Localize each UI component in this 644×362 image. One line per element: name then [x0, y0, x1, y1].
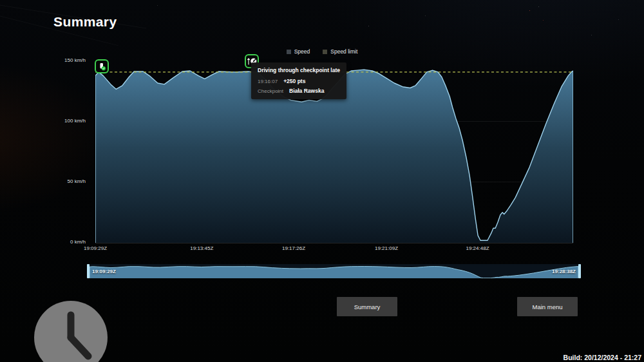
chart-legend: SpeedSpeed limit [254, 48, 390, 55]
clock-icon [33, 300, 108, 362]
legend-label: Speed [294, 48, 310, 55]
x-axis-tick-label: 19:17:26Z [282, 245, 305, 251]
scrubber-handle-left[interactable] [87, 264, 90, 278]
x-axis-line [95, 243, 573, 243]
checkpoint-check-icon [97, 62, 106, 71]
tooltip-time: 19:16:07 [258, 79, 278, 84]
main-menu-button[interactable]: Main menu [517, 297, 578, 316]
legend-item-speed[interactable]: Speed [287, 48, 310, 55]
tooltip-points: +250 pts [283, 78, 305, 84]
summary-button[interactable]: Summary [337, 297, 397, 316]
legend-marker [287, 50, 291, 54]
legend-marker [323, 50, 327, 54]
legend-label: Speed limit [330, 48, 357, 55]
y-axis-tick-label: 100 km/h [52, 118, 86, 124]
checkpoint-passed-marker[interactable] [95, 59, 109, 73]
build-version-label: Build: 20/12/2024 - 21:27 [564, 354, 641, 361]
x-axis-tick-label: 19:09:29Z [84, 245, 107, 251]
y-axis-tick-label: 50 km/h [52, 178, 86, 184]
x-axis: 19:09:29Z19:13:45Z19:17:26Z19:21:09Z19:2… [95, 245, 573, 253]
summary-screen: { "header": { "title": "Summary" }, "leg… [0, 0, 644, 362]
scrubber-handle-right[interactable] [578, 264, 581, 278]
timeline-minimap [90, 264, 578, 278]
scrubber-start-time: 19:09:29Z [92, 269, 116, 274]
background-stars [0, 0, 1, 1]
page-title: Summary [53, 14, 117, 30]
x-axis-tick-label: 19:24:48Z [466, 245, 489, 251]
legend-item-speed-limit[interactable]: Speed limit [323, 48, 357, 55]
scrubber-end-time: 19:28:38Z [552, 269, 576, 274]
x-axis-tick-label: 19:13:45Z [190, 245, 213, 251]
x-axis-tick-label: 19:21:09Z [375, 245, 398, 251]
y-axis-tick-label: 150 km/h [52, 57, 86, 63]
timeline-scrubber[interactable]: 19:09:29Z 19:28:38Z [87, 264, 581, 278]
tooltip-label: Checkpoint [258, 88, 283, 94]
y-axis-tick-label: 0 km/h [52, 239, 86, 245]
tooltip-title: Driving through checkpoint late [258, 67, 340, 73]
tooltip-checkpoint-name: Biała Rawska [289, 88, 324, 94]
checkpoint-tooltip: Driving through checkpoint late 19:16:07… [251, 62, 346, 99]
